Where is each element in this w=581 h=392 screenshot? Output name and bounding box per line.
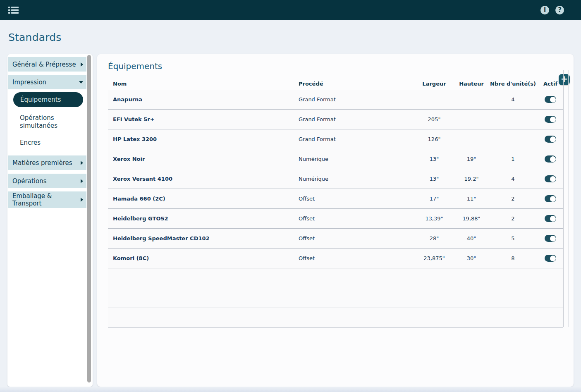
toggle-knob [550,97,556,103]
actif-toggle[interactable] [545,116,556,123]
cell-nom: Heidelberg GTO52 [108,215,294,222]
empty-table-row [108,288,563,308]
cell-largeur: 23,875" [414,255,455,261]
toggle-knob [550,136,556,142]
empty-table-row [108,308,563,328]
cell-procede: Grand Format [294,96,414,103]
cell-hauteur: 30" [455,255,488,261]
cell-largeur: 28" [414,235,455,241]
table-row[interactable]: HP Latex 3200 Grand Format 126" [108,129,563,149]
table-row[interactable]: Heidelberg SpeedMaster CD102 Offset 28" … [108,229,563,249]
sidebar-item-equipements-selected[interactable]: Équipements [13,92,83,107]
column-header-actif: Actif [538,81,563,87]
sidebar-item-operations-simultanees[interactable]: Opérations simultanées [20,114,74,130]
cell-procede: Offset [294,235,414,241]
cell-procede: Offset [294,215,414,222]
sidebar-item-label: Emballage & Transport [12,192,62,207]
sidebar-menu: Général & Prépresse Impression Équipemen… [8,57,86,208]
cell-procede: Grand Format [294,136,414,142]
cell-nom: Heidelberg SpeedMaster CD102 [108,235,294,241]
cell-procede: Grand Format [294,116,414,122]
help-icon[interactable]: ? [555,6,564,14]
sidebar-scrollbar [87,55,91,385]
column-header-procede: Procédé [294,81,414,87]
sidebar-item-general-prepresse[interactable]: Général & Prépresse [8,57,86,72]
column-header-largeur: Largeur [414,81,455,87]
chevron-right-icon [81,198,83,202]
cell-nom: Komori (8C) [108,255,294,261]
toggle-knob [550,216,556,222]
sidebar-item-label: Général & Prépresse [12,61,76,68]
toggle-knob [550,196,556,202]
cell-nom: HP Latex 3200 [108,136,294,142]
cell-unites: 2 [488,196,538,202]
equipment-table: Nom Procédé Largeur Hauteur Nbre d'unité… [108,77,563,328]
topbar: i ? [0,0,581,20]
table-header-row: Nom Procédé Largeur Hauteur Nbre d'unité… [108,77,563,90]
table-row[interactable]: EFI Vutek 5r+ Grand Format 205" [108,110,563,129]
info-icon[interactable]: i [540,6,549,14]
sidebar-item-matieres-premieres[interactable]: Matières premières [8,155,86,170]
chevron-right-icon [81,62,83,67]
cell-unites: 1 [488,156,538,162]
actif-toggle[interactable] [545,195,556,202]
column-header-hauteur: Hauteur [455,81,488,87]
toggle-knob [550,156,556,162]
empty-table-row [108,268,563,288]
cell-procede: Offset [294,255,414,261]
page-bottom-fade [0,387,581,392]
actif-toggle[interactable] [545,155,556,163]
table-row[interactable]: Xerox Noir Numérique 13" 19" 1 [108,149,563,169]
cell-nom: EFI Vutek 5r+ [108,116,294,122]
chevron-down-icon [79,81,83,84]
table-row[interactable]: Anapurna Grand Format 4 [108,90,563,110]
cell-unites: 5 [488,235,538,241]
sidebar: Général & Prépresse Impression Équipemen… [7,54,93,387]
toggle-knob [550,176,556,182]
sidebar-item-encres[interactable]: Encres [20,139,86,147]
table-row[interactable]: Xerox Versant 4100 Numérique 13" 19,2" 4 [108,169,563,189]
actif-toggle[interactable] [545,175,556,182]
cell-largeur: 13" [414,176,455,182]
cell-nom: Anapurna [108,96,294,103]
chevron-right-icon [81,179,83,183]
page-title: Standards [8,31,62,43]
actif-toggle[interactable] [545,136,556,143]
table-row[interactable]: Heidelberg GTO52 Offset 13,39" 19,88" 2 [108,209,563,229]
sidebar-item-label: Impression [12,79,46,86]
toggle-knob [550,117,556,122]
equipment-panel: Équipements + Nom Procédé Largeur Hauteu… [97,54,574,387]
cell-procede: Numérique [294,176,414,182]
cell-nom: Hamada 660 (2C) [108,196,294,202]
actif-toggle[interactable] [545,96,556,103]
cell-hauteur: 11" [455,196,488,202]
cell-largeur: 13,39" [414,215,455,222]
cell-hauteur: 19,88" [455,215,488,222]
cell-unites: 8 [488,255,538,261]
actif-toggle[interactable] [545,215,556,222]
cell-hauteur: 19,2" [455,176,488,182]
sidebar-item-operations[interactable]: Opérations [8,174,86,188]
cell-nom: Xerox Noir [108,156,294,162]
cell-unites: 4 [488,176,538,182]
cell-nom: Xerox Versant 4100 [108,176,294,182]
menu-list-icon[interactable] [8,5,19,15]
table-scrollbar-track [563,70,569,327]
cell-procede: Numérique [294,156,414,162]
sidebar-item-impression[interactable]: Impression [8,75,86,89]
chevron-right-icon [81,161,83,165]
toggle-knob [550,236,556,241]
table-row[interactable]: Komori (8C) Offset 23,875" 30" 8 [108,249,563,268]
column-header-nom: Nom [108,81,294,87]
actif-toggle[interactable] [545,235,556,242]
actif-toggle[interactable] [545,255,556,262]
cell-unites: 4 [488,96,538,103]
sidebar-item-label: Équipements [20,96,61,103]
sidebar-scrollbar-thumb[interactable] [87,55,91,382]
cell-hauteur: 40" [455,235,488,241]
sidebar-item-emballage-transport[interactable]: Emballage & Transport [8,191,86,208]
cell-unites: 2 [488,215,538,222]
cell-largeur: 17" [414,196,455,202]
table-row[interactable]: Hamada 660 (2C) Offset 17" 11" 2 [108,189,563,209]
cell-hauteur: 19" [455,156,488,162]
